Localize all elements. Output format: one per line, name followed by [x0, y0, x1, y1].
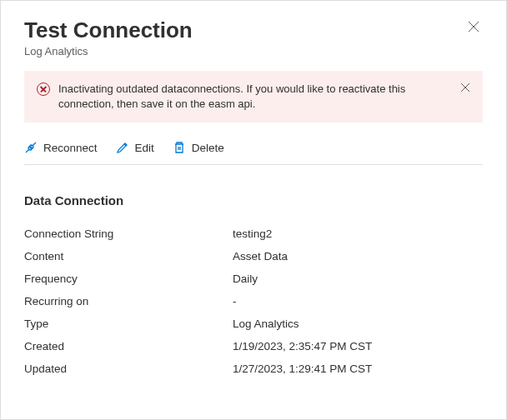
error-icon [37, 82, 50, 96]
panel-header: Test Connection Log Analytics [24, 18, 483, 58]
edit-label: Edit [135, 142, 154, 154]
reconnect-label: Reconnect [43, 142, 98, 154]
section-heading: Data Connection [24, 193, 483, 208]
delete-button[interactable]: Delete [173, 141, 224, 154]
toolbar: Reconnect Edit Delete [24, 138, 483, 165]
row-content: Content Asset Data [24, 245, 483, 268]
value: 1/19/2023, 2:35:47 PM CST [233, 340, 372, 352]
label: Connection String [24, 228, 233, 240]
row-type: Type Log Analytics [24, 312, 483, 335]
close-icon [460, 82, 470, 92]
alert-dismiss-button[interactable] [460, 82, 470, 95]
label: Content [24, 250, 233, 262]
label: Updated [24, 362, 233, 375]
label: Type [24, 318, 233, 330]
value: Log Analytics [233, 318, 299, 330]
reconnect-button[interactable]: Reconnect [24, 141, 98, 154]
row-recurring-on: Recurring on - [24, 290, 483, 312]
value: testing2 [233, 228, 272, 240]
page-title: Test Connection [24, 18, 193, 43]
row-created: Created 1/19/2023, 2:35:47 PM CST [24, 335, 483, 358]
label: Created [24, 340, 233, 352]
edit-button[interactable]: Edit [116, 141, 154, 154]
row-connection-string: Connection String testing2 [24, 222, 483, 245]
value: - [233, 295, 237, 308]
value: Asset Data [233, 250, 288, 262]
plug-icon [24, 141, 38, 154]
delete-label: Delete [192, 142, 224, 154]
value: Daily [233, 272, 258, 285]
row-updated: Updated 1/27/2023, 1:29:41 PM CST [24, 358, 483, 380]
label: Recurring on [24, 295, 233, 308]
page-subtitle: Log Analytics [24, 45, 193, 58]
title-block: Test Connection Log Analytics [24, 18, 193, 58]
alert-message: Inactivating outdated dataconnections. I… [58, 82, 452, 112]
pencil-icon [116, 141, 129, 154]
trash-icon [173, 141, 186, 154]
error-alert: Inactivating outdated dataconnections. I… [24, 71, 483, 122]
connection-detail-panel: Test Connection Log Analytics Inactivati… [0, 0, 507, 420]
close-button[interactable] [464, 18, 483, 39]
value: 1/27/2023, 1:29:41 PM CST [233, 362, 372, 375]
label: Frequency [24, 272, 233, 285]
close-icon [468, 21, 479, 32]
row-frequency: Frequency Daily [24, 268, 483, 290]
properties-list: Connection String testing2 Content Asset… [24, 222, 483, 380]
